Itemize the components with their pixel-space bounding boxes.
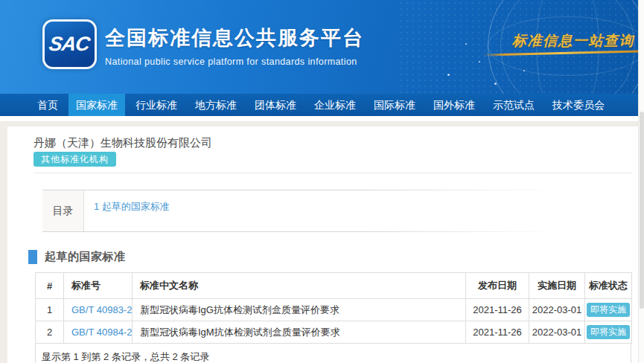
cell-name: 新型冠状病毒IgG抗体检测试剂盒质量评价要求: [133, 299, 466, 321]
standard-link[interactable]: GB/T 40983-2021: [71, 304, 133, 315]
header-slogan: 标准信息一站查询: [512, 31, 634, 51]
nav-item-pilot-demonstration[interactable]: 示范试点: [485, 94, 542, 116]
nav-item-international-standards[interactable]: 国际标准: [366, 94, 423, 116]
table-header-row: # 标准号 标准中文名称 发布日期 实施日期 标准状态: [36, 273, 632, 299]
cell-impl-date: 2022-03-01: [529, 299, 585, 321]
nav-item-industry-standards[interactable]: 行业标准: [128, 94, 185, 116]
site-subtitle: National public service platform for sta…: [105, 57, 364, 67]
section-accent-bar: [28, 250, 37, 264]
cell-pub-date: 2021-11-26: [466, 299, 529, 321]
nav-item-home[interactable]: 首页: [30, 94, 66, 116]
status-badge: 即将实施: [587, 303, 630, 317]
sparkle-dot: [494, 83, 497, 85]
sac-logo-text: SAC: [48, 33, 91, 56]
nav-item-national-standards[interactable]: 国家标准: [68, 94, 125, 116]
sparkle-dot: [447, 74, 450, 76]
record-summary: 显示第 1 到第 2 条记录，总共 2 条记录: [35, 344, 631, 363]
col-header-std-no: 标准号: [64, 273, 133, 299]
col-header-index: #: [36, 273, 64, 299]
nav-item-foreign-standards[interactable]: 国外标准: [426, 94, 482, 116]
sac-logo[interactable]: SAC: [42, 19, 97, 69]
page-background: 丹娜（天津）生物科技股份有限公司 其他标准化机构 目录 1 起草的国家标准 起草…: [0, 121, 644, 363]
sparkle-dot: [523, 70, 525, 71]
cell-impl-date: 2022-03-01: [529, 321, 585, 344]
cell-std-no: GB/T 40984-2021: [64, 321, 133, 344]
cell-pub-date: 2021-11-26: [466, 321, 529, 344]
toc-link-drafted-national-standards[interactable]: 1 起草的国家标准: [94, 201, 170, 212]
nav-list: 首页 国家标准 行业标准 地方标准 团体标准 企业标准 国际标准 国外标准 示范…: [0, 94, 644, 116]
toc-links: 1 起草的国家标准: [84, 190, 170, 232]
page-root: SAC 全国标准信息公共服务平台 National public service…: [0, 0, 644, 363]
nav-item-technical-committees[interactable]: 技术委员会: [545, 94, 612, 116]
cell-index: 1: [36, 299, 64, 321]
site-title: 全国标准信息公共服务平台: [105, 25, 364, 51]
cell-status: 即将实施: [585, 321, 632, 344]
scrollbar[interactable]: [638, 0, 644, 363]
site-header: SAC 全国标准信息公共服务平台 National public service…: [0, 0, 644, 94]
nav-item-enterprise-standards[interactable]: 企业标准: [307, 94, 363, 116]
sparkle-dot: [465, 43, 467, 45]
section-header: 起草的国家标准: [28, 250, 638, 264]
table-row: 2 GB/T 40984-2021 新型冠状病毒IgM抗体检测试剂盒质量评价要求…: [36, 321, 632, 344]
content-card: 丹娜（天津）生物科技股份有限公司 其他标准化机构 目录 1 起草的国家标准 起草…: [7, 126, 638, 363]
badge-row: 其他标准化机构: [34, 152, 638, 167]
section-divider: [34, 173, 632, 173]
org-type-badge: 其他标准化机构: [34, 152, 116, 167]
cell-status: 即将实施: [585, 299, 632, 321]
sparkle-dot: [479, 61, 480, 62]
col-header-status: 标准状态: [585, 273, 632, 299]
nav-item-group-standards[interactable]: 团体标准: [247, 94, 304, 116]
main-nav: 首页 国家标准 行业标准 地方标准 团体标准 企业标准 国际标准 国外标准 示范…: [0, 94, 644, 116]
cell-name: 新型冠状病毒IgM抗体检测试剂盒质量评价要求: [133, 321, 466, 344]
cell-std-no: GB/T 40983-2021: [64, 299, 133, 321]
nav-gap: [0, 116, 644, 121]
toc-panel: 目录 1 起草的国家标准: [42, 190, 632, 232]
cell-index: 2: [36, 321, 64, 344]
col-header-impl-date: 实施日期: [529, 273, 585, 299]
site-title-block: 全国标准信息公共服务平台 National public service pla…: [105, 25, 364, 67]
section-title: 起草的国家标准: [45, 250, 126, 264]
table-row: 1 GB/T 40983-2021 新型冠状病毒IgG抗体检测试剂盒质量评价要求…: [36, 299, 632, 321]
nav-item-local-standards[interactable]: 地方标准: [188, 94, 244, 116]
standard-link[interactable]: GB/T 40984-2021: [71, 327, 133, 338]
standards-table: # 标准号 标准中文名称 发布日期 实施日期 标准状态 1 GB/T 40: [35, 272, 631, 363]
scrollbar-thumb[interactable]: [640, 112, 644, 309]
status-badge: 即将实施: [587, 325, 630, 339]
col-header-pub-date: 发布日期: [466, 273, 529, 299]
company-name: 丹娜（天津）生物科技股份有限公司: [34, 137, 638, 149]
col-header-name: 标准中文名称: [133, 273, 466, 299]
toc-label: 目录: [42, 190, 84, 232]
